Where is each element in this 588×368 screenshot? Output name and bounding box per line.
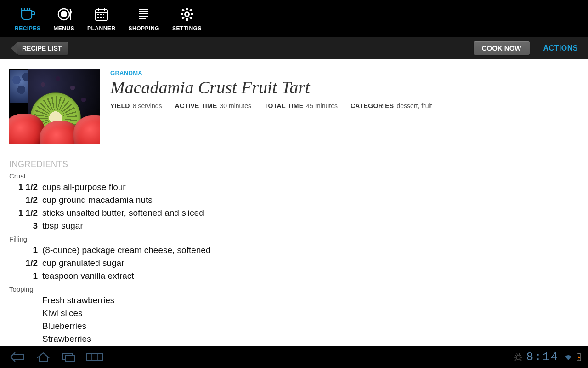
nav-recipes[interactable]: RECIPES	[8, 2, 47, 34]
sub-bar: RECIPE LIST COOK NOW ACTIONS	[0, 37, 588, 59]
ingredient-row: 1 1/2cups all-purpose flour	[9, 181, 579, 194]
ingredient-qty: 1 1/2	[9, 208, 38, 218]
ingredient-qty: 1	[9, 245, 38, 255]
ingredient-row: Kiwi slices	[9, 307, 579, 320]
ingredient-row: 1teaspoon vanilla extract	[9, 270, 579, 282]
actions-button[interactable]: ACTIONS	[543, 44, 578, 52]
ingredient-desc: sticks unsalted butter, softened and sli…	[42, 208, 204, 218]
ingredient-group-heading: Topping	[9, 285, 579, 293]
recipes-icon	[19, 6, 36, 23]
yield-label: YIELD	[110, 102, 130, 109]
menus-icon	[56, 6, 72, 23]
settings-icon	[179, 6, 195, 23]
cook-now-button[interactable]: COOK NOW	[474, 41, 530, 55]
nav-label: PLANNER	[87, 25, 116, 32]
ingredient-qty: 1 1/2	[9, 182, 38, 192]
recipe-photo	[9, 69, 100, 144]
sys-extra-button[interactable]	[82, 346, 107, 368]
nav-label: MENUS	[53, 25, 74, 32]
svg-rect-15	[189, 9, 192, 12]
ingredient-desc: Blueberries	[42, 321, 86, 331]
total-time-label: TOTAL TIME	[264, 102, 303, 109]
svg-rect-18	[65, 355, 74, 362]
nav-label: RECIPES	[15, 25, 40, 32]
ingredient-row: 1/2cup granulated sugar	[9, 257, 579, 270]
recipe-content[interactable]: GRANDMA Macadamia Crust Fruit Tart YIELD…	[0, 59, 588, 346]
categories-label: CATEGORIES	[351, 102, 394, 109]
battery-icon	[576, 352, 582, 362]
clock[interactable]: 8:14	[526, 350, 559, 364]
ingredient-row: Blueberries	[9, 320, 579, 333]
categories-value: dessert, fruit	[396, 102, 432, 109]
nav-label: SETTINGS	[172, 25, 202, 32]
sys-recents-button[interactable]	[56, 346, 82, 368]
svg-rect-8	[103, 17, 104, 18]
ingredient-row: 1 1/2sticks unsalted butter, softened an…	[9, 207, 579, 219]
svg-rect-4	[100, 14, 102, 15]
ingredients-heading: INGREDIENTS	[9, 160, 579, 169]
ingredient-desc: cups all-purpose flour	[42, 182, 126, 192]
ingredient-desc: Strawberries	[42, 334, 91, 344]
ingredient-group-heading: Filling	[9, 235, 579, 243]
top-nav: RECIPES MENUS PLANNER SHOPPING SETTINGS	[0, 0, 588, 37]
ingredient-desc: cup ground macadamia nuts	[42, 195, 153, 205]
ingredients-list: Crust1 1/2cups all-purpose flour1/2cup g…	[9, 172, 579, 345]
nav-menus[interactable]: MENUS	[47, 2, 81, 34]
ingredient-desc: (8-ounce) package cream cheese, softened	[42, 245, 211, 255]
ingredient-row: Fresh strawberries	[9, 294, 579, 307]
nav-shopping[interactable]: SHOPPING	[122, 2, 166, 34]
ingredient-desc: cup granulated sugar	[42, 258, 124, 268]
nav-planner[interactable]: PLANNER	[81, 2, 122, 34]
active-time-value: 30 minutes	[220, 102, 251, 109]
svg-point-1	[61, 11, 67, 17]
back-button[interactable]: RECIPE LIST	[17, 42, 68, 55]
recipe-source[interactable]: GRANDMA	[110, 69, 579, 76]
wifi-icon	[564, 353, 572, 361]
back-label: RECIPE LIST	[22, 45, 62, 52]
system-bar: 8:14	[0, 346, 588, 368]
planner-icon	[93, 6, 110, 23]
svg-rect-11	[181, 13, 183, 15]
ingredient-qty: 1	[9, 271, 38, 281]
ingredient-desc: teaspoon vanilla extract	[42, 271, 134, 281]
ingredient-desc: Fresh strawberries	[42, 295, 114, 305]
ingredient-qty: 3	[9, 221, 38, 231]
svg-rect-7	[100, 17, 102, 18]
svg-rect-14	[189, 17, 192, 19]
svg-rect-10	[186, 18, 188, 21]
svg-rect-9	[186, 8, 188, 10]
svg-point-20	[516, 355, 520, 360]
svg-rect-5	[103, 14, 104, 15]
ingredient-qty: 1/2	[9, 258, 38, 268]
recipe-title: Macadamia Crust Fruit Tart	[110, 77, 579, 98]
yield-value: 8 servings	[133, 102, 162, 109]
back-chevron-icon	[11, 42, 17, 55]
svg-rect-13	[181, 9, 184, 12]
svg-rect-12	[191, 13, 193, 15]
ingredient-desc: Kiwi slices	[42, 308, 83, 318]
ingredient-group-heading: Crust	[9, 172, 579, 180]
ingredient-row: Strawberries	[9, 333, 579, 345]
ingredient-desc: tbsp sugar	[42, 221, 83, 231]
ingredient-row: 1(8-ounce) package cream cheese, softene…	[9, 244, 579, 257]
total-time-value: 45 minutes	[306, 102, 337, 109]
shopping-icon	[136, 6, 152, 23]
sys-back-button[interactable]	[5, 346, 30, 368]
nav-label: SHOPPING	[129, 25, 159, 32]
svg-rect-3	[97, 14, 99, 15]
ingredient-row: 1/2cup ground macadamia nuts	[9, 194, 579, 207]
active-time-label: ACTIVE TIME	[175, 102, 217, 109]
sys-home-button[interactable]	[30, 346, 56, 368]
debug-icon	[514, 352, 523, 362]
nav-settings[interactable]: SETTINGS	[166, 2, 208, 34]
svg-rect-22	[578, 353, 580, 354]
ingredient-qty: 1/2	[9, 195, 38, 205]
svg-rect-6	[97, 17, 99, 18]
ingredient-row: 3tbsp sugar	[9, 219, 579, 232]
svg-rect-16	[181, 17, 184, 19]
